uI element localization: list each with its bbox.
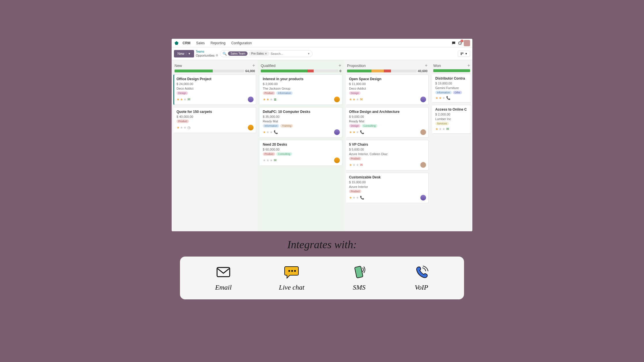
- clock-icon[interactable]: ◷: [187, 126, 190, 130]
- tag[interactable]: Product: [349, 190, 361, 193]
- star-icon[interactable]: ★: [435, 96, 438, 100]
- star-icon[interactable]: ★: [349, 196, 352, 200]
- filter-chip-presales[interactable]: Pre-Sales✕: [249, 51, 269, 56]
- tag[interactable]: Information: [263, 124, 279, 128]
- phone-icon[interactable]: 📞: [360, 130, 364, 134]
- opportunity-card[interactable]: Access to Online C $ 2,000.00 Lumber Inc…: [432, 105, 471, 134]
- nav-sales[interactable]: Sales: [194, 41, 207, 45]
- tag[interactable]: Product: [177, 120, 189, 123]
- star-icon[interactable]: ★: [352, 97, 356, 101]
- assignee-avatar[interactable]: [420, 97, 426, 102]
- new-button-caret-icon[interactable]: ▼: [186, 52, 191, 55]
- view-caret-icon[interactable]: ▼: [465, 52, 467, 55]
- star-icon[interactable]: ★: [435, 127, 438, 131]
- nav-reporting[interactable]: Reporting: [208, 41, 228, 45]
- star-icon[interactable]: ★: [263, 158, 266, 162]
- star-icon[interactable]: ★: [183, 97, 187, 101]
- mail-icon[interactable]: ✉: [360, 97, 363, 101]
- add-card-icon[interactable]: +: [467, 63, 470, 68]
- add-card-icon[interactable]: +: [252, 63, 255, 68]
- star-icon[interactable]: ★: [356, 97, 359, 101]
- star-icon[interactable]: ★: [177, 97, 180, 101]
- star-icon[interactable]: ★: [263, 130, 266, 134]
- assignee-avatar[interactable]: [248, 125, 254, 130]
- opportunity-card[interactable]: Interest in your products $ 2,000.00 The…: [260, 74, 342, 105]
- mail-icon[interactable]: ✉: [446, 127, 449, 131]
- activity-icon[interactable]: 2: [457, 41, 463, 46]
- opportunity-card[interactable]: Office Design Project $ 24,000.00 Deco A…: [173, 74, 256, 105]
- star-icon[interactable]: ★: [442, 127, 445, 131]
- star-icon[interactable]: ★: [266, 158, 269, 162]
- star-icon[interactable]: ★: [352, 163, 356, 167]
- opportunity-card[interactable]: Open Space Design $ 11,000.00 Deco Addic…: [346, 74, 429, 105]
- opportunity-card[interactable]: 5 VP Chairs $ 5,600.00 Azure Interior, C…: [346, 140, 429, 170]
- tag[interactable]: Training: [280, 124, 293, 128]
- nav-crm[interactable]: CRM: [180, 41, 193, 45]
- user-avatar[interactable]: [464, 40, 470, 46]
- assignee-avatar[interactable]: [420, 129, 426, 135]
- assignee-avatar[interactable]: [334, 97, 340, 102]
- add-card-icon[interactable]: +: [339, 63, 341, 68]
- tag[interactable]: Product: [263, 152, 275, 156]
- star-icon[interactable]: ★: [349, 163, 352, 167]
- assignee-avatar[interactable]: [420, 195, 426, 201]
- star-icon[interactable]: ★: [270, 130, 273, 134]
- opportunity-card[interactable]: Distributor Contra $ 19,800.00 Gemini Fu…: [432, 74, 471, 103]
- search-input[interactable]: [271, 52, 305, 55]
- messages-icon[interactable]: [451, 41, 456, 46]
- assignee-avatar[interactable]: [420, 162, 426, 168]
- breadcrumb-top[interactable]: Teams: [196, 50, 218, 53]
- phone-icon[interactable]: 📞: [274, 130, 278, 134]
- star-icon[interactable]: ★: [439, 96, 442, 100]
- tag[interactable]: Services: [435, 122, 449, 125]
- star-icon[interactable]: ★: [349, 130, 352, 134]
- phone-icon[interactable]: 📞: [360, 196, 364, 200]
- add-card-icon[interactable]: +: [425, 63, 428, 68]
- tag[interactable]: Consulting: [362, 124, 377, 128]
- assignee-avatar[interactable]: [334, 129, 340, 135]
- star-icon[interactable]: ★: [349, 97, 352, 101]
- opportunity-card[interactable]: Customizable Desk $ 15,000.00 Azure Inte…: [346, 173, 429, 203]
- chip-remove-icon[interactable]: ✕: [265, 52, 267, 55]
- star-icon[interactable]: ★: [356, 163, 359, 167]
- mail-icon[interactable]: ✉: [360, 163, 363, 167]
- mail-icon[interactable]: ✉: [274, 158, 277, 162]
- filter-chip-sales-team[interactable]: Sales Team: [228, 51, 248, 56]
- tag[interactable]: Information: [276, 91, 293, 95]
- mail-icon[interactable]: ✉: [187, 97, 190, 101]
- tag[interactable]: Consulting: [276, 152, 292, 156]
- star-icon[interactable]: ★: [180, 126, 183, 130]
- assignee-avatar[interactable]: [248, 97, 254, 102]
- star-icon[interactable]: ★: [352, 130, 356, 134]
- search-box[interactable]: 🔍 Sales Team Pre-Sales✕ ▼: [220, 50, 313, 57]
- star-icon[interactable]: ★: [266, 130, 269, 134]
- opportunity-card[interactable]: Office Design and Architecture $ 9,000.0…: [346, 107, 429, 138]
- tag[interactable]: Othe: [453, 91, 462, 94]
- star-icon[interactable]: ★: [270, 158, 273, 162]
- view-switcher[interactable]: ▼: [458, 51, 470, 57]
- star-icon[interactable]: ★: [352, 196, 356, 200]
- star-icon[interactable]: ★: [356, 196, 359, 200]
- phone-icon[interactable]: 📞: [446, 96, 451, 100]
- search-caret-icon[interactable]: ▼: [307, 52, 310, 55]
- star-icon[interactable]: ★: [183, 126, 187, 130]
- opportunity-card[interactable]: Quote for 150 carpets $ 40,000.00 Produc…: [173, 107, 256, 133]
- new-button[interactable]: New ▼: [174, 50, 194, 57]
- opportunity-card[interactable]: DeltaPC: 10 Computer Desks $ 35,000.00 R…: [260, 107, 342, 138]
- star-icon[interactable]: ★: [266, 97, 269, 101]
- tag[interactable]: Information: [435, 91, 452, 94]
- assignee-avatar[interactable]: [334, 157, 340, 163]
- tag[interactable]: Design: [177, 91, 188, 95]
- star-icon[interactable]: ★: [442, 96, 445, 100]
- nav-configuration[interactable]: Configuration: [229, 41, 254, 45]
- tag[interactable]: Product: [349, 157, 361, 160]
- tag[interactable]: Design: [349, 124, 361, 128]
- star-icon[interactable]: ★: [177, 126, 180, 130]
- star-icon[interactable]: ★: [439, 127, 442, 131]
- star-icon[interactable]: ★: [356, 130, 359, 134]
- breadcrumb-gear-icon[interactable]: ⚙: [216, 53, 218, 57]
- star-icon[interactable]: ★: [180, 97, 183, 101]
- tag[interactable]: Design: [349, 91, 361, 95]
- star-icon[interactable]: ★: [270, 97, 273, 101]
- star-icon[interactable]: ★: [263, 97, 266, 101]
